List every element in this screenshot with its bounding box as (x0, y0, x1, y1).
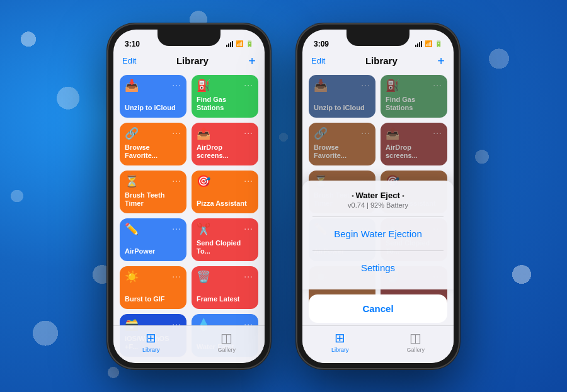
gallery-label-1: Gallery (217, 347, 236, 353)
gallery-label-2: Gallery (406, 347, 425, 353)
shortcut-find-gas[interactable]: ⛽··· Find Gas Stations (192, 75, 258, 118)
nav-bar-1: Edit Library + (113, 53, 265, 71)
gallery-icon-1: ◫ (220, 330, 232, 345)
signal-icon-1 (226, 41, 233, 47)
add-button-1[interactable]: + (248, 55, 256, 67)
shortcut-send-copied[interactable]: ✂️··· Send Clopied To... (192, 218, 258, 261)
modal-overlay: • Water Eject • v0.74 | 92% Battery Begi… (302, 181, 454, 325)
phone-1-screen: 3:10 📶 🔋 Edit Library + (113, 30, 265, 363)
library-icon-2: ⊞ (335, 330, 345, 345)
wifi-icon-2: 📶 (425, 40, 432, 47)
modal-header: • Water Eject • (312, 191, 444, 200)
tab-gallery-2[interactable]: ◫ Gallery (406, 330, 425, 353)
status-icons-1: 📶 🔋 (226, 40, 253, 47)
modal-subtitle: v0.74 | 92% Battery (312, 201, 444, 209)
tab-gallery-1[interactable]: ◫ Gallery (217, 330, 236, 353)
library-icon-1: ⊞ (146, 330, 156, 345)
cancel-container: Cancel (302, 294, 454, 325)
wifi-icon-1: 📶 (236, 40, 243, 47)
gallery-icon-2: ◫ (410, 330, 421, 345)
modal-dot-right: • (402, 193, 404, 199)
tab-bar-2: ⊞ Library ◫ Gallery (302, 325, 454, 363)
shortcut-airpower[interactable]: ✏️··· AirPower (120, 218, 186, 261)
divider-1 (312, 216, 444, 217)
signal-icon-2 (415, 41, 422, 47)
library-label-1: Library (142, 347, 160, 353)
status-icons-2: 📶 🔋 (415, 40, 442, 47)
shortcut-brush-teeth[interactable]: ⏳··· Brush Teeth Timer (120, 171, 186, 213)
phone-1: 3:10 📶 🔋 Edit Library + (107, 23, 271, 369)
library-label-2: Library (331, 347, 349, 353)
settings-button[interactable]: Settings (312, 256, 444, 279)
shortcut-frame-latest[interactable]: 🗑️··· Frame Latest (192, 266, 258, 309)
shortcut-unzip-icloud[interactable]: 📥··· Unzip to iCloud (120, 75, 186, 118)
phone-2-screen: 3:09 📶 🔋 Edit Library + (302, 30, 454, 363)
notch-1 (158, 30, 220, 46)
nav-bar-2: Edit Library + (302, 53, 454, 71)
shortcut-burst-gif[interactable]: ☀️··· Burst to GIF (120, 266, 186, 309)
shortcut-airdrop[interactable]: 📤··· AirDrop screens... (192, 123, 258, 165)
shortcut2-airdrop: 📤··· AirDrop screens... (381, 123, 447, 165)
add-button-2[interactable]: + (437, 55, 445, 67)
shortcut2-browse: 🔗··· Browse Favorite... (309, 123, 375, 165)
tab-library-1[interactable]: ⊞ Library (142, 330, 160, 353)
battery-icon-2: 🔋 (435, 40, 442, 47)
phones-container: 3:10 📶 🔋 Edit Library + (0, 0, 567, 392)
shortcut2-find-gas: ⛽··· Find Gas Stations (381, 75, 447, 118)
library-title-1: Library (176, 55, 209, 66)
tab-bar-1: ⊞ Library ◫ Gallery (113, 325, 265, 363)
status-time-1: 3:10 (125, 40, 140, 48)
library-title-2: Library (365, 55, 398, 66)
cancel-button[interactable]: Cancel (309, 294, 447, 323)
modal-title-text: Water Eject (355, 191, 399, 200)
status-time-2: 3:09 (314, 40, 329, 48)
water-eject-modal: • Water Eject • v0.74 | 92% Battery Begi… (302, 181, 454, 289)
divider-2 (312, 250, 444, 251)
shortcuts-grid-1: 📥··· Unzip to iCloud ⛽··· Find Gas Stati… (113, 71, 265, 361)
notch-2 (346, 30, 410, 46)
edit-button-1[interactable]: Edit (122, 56, 136, 65)
begin-water-ejection-button[interactable]: Begin Water Ejection (312, 222, 444, 245)
shortcut2-unzip: 📥··· Unzip to iCloud (309, 75, 375, 118)
battery-icon-1: 🔋 (246, 40, 253, 47)
phone-2: 3:09 📶 🔋 Edit Library + (296, 23, 460, 369)
tab-library-2[interactable]: ⊞ Library (331, 330, 349, 353)
shortcut-pizza[interactable]: 🎯··· Pizza Assistant (192, 171, 258, 213)
shortcut-browse-favorite[interactable]: 🔗··· Browse Favorite... (120, 123, 186, 165)
edit-button-2[interactable]: Edit (311, 56, 325, 65)
